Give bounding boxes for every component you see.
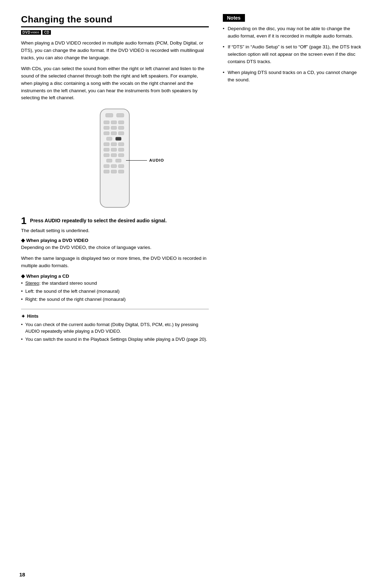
dvd-sub: VIDEO	[31, 31, 39, 34]
stereo-underlined: Stereo	[25, 281, 39, 286]
svg-rect-17	[104, 148, 109, 151]
right-column: Notes Depending on the disc, you may not…	[223, 14, 361, 344]
svg-rect-24	[116, 159, 121, 162]
notes-box: Notes Depending on the disc, you may not…	[223, 14, 361, 83]
svg-rect-16	[119, 143, 124, 146]
svg-rect-26	[111, 165, 117, 168]
svg-rect-21	[111, 154, 117, 157]
intro-paragraph-1: When playing a DVD VIDEO recorded in mul…	[21, 40, 209, 62]
svg-rect-20	[104, 154, 109, 157]
step-1-header: 1 Press AUDIO repeatedly to select the d…	[21, 216, 209, 226]
cd-bullet-right: Right: the sound of the right channel (m…	[21, 296, 209, 303]
svg-rect-19	[119, 148, 124, 151]
svg-rect-12	[107, 137, 112, 141]
svg-rect-7	[111, 126, 117, 129]
svg-rect-5	[119, 121, 124, 124]
page-number: 18	[19, 572, 25, 577]
svg-rect-28	[104, 170, 109, 173]
hint-item-2: You can switch the sound in the Playback…	[21, 336, 209, 343]
dvd-text: DVD	[22, 31, 31, 34]
sub-title-cd: ◆ When playing a CD	[21, 273, 209, 279]
diamond-icon-dvd: ◆	[21, 238, 26, 243]
svg-rect-18	[111, 148, 117, 151]
svg-rect-14	[104, 143, 109, 146]
remote-illustration: AUDIO	[21, 108, 209, 208]
note-item-2: If “DTS” in “Audio Setup” is set to “Off…	[223, 43, 361, 66]
note-item-3: When playing DTS sound tracks on a CD, y…	[223, 69, 361, 84]
step-1-number: 1	[21, 216, 27, 226]
cd-bullet-list: Stereo: the standard stereo sound Left: …	[21, 280, 209, 303]
page-layout: Changing the sound DVDVIDEO CD When play…	[21, 14, 361, 344]
svg-rect-30	[119, 170, 124, 173]
svg-rect-13	[116, 137, 121, 141]
remote-wrap: AUDIO	[92, 108, 138, 208]
diamond-icon-cd: ◆	[21, 273, 26, 279]
svg-rect-11	[119, 132, 124, 135]
intro-paragraph-2: With CDs, you can select the sound from …	[21, 65, 209, 102]
sub-section-dvd: ◆ When playing a DVD VIDEO Depending on …	[21, 237, 209, 270]
dvd-badge: DVDVIDEO	[21, 30, 41, 35]
svg-rect-10	[111, 132, 117, 135]
media-badges: DVDVIDEO CD	[21, 30, 209, 35]
step-1: 1 Press AUDIO repeatedly to select the d…	[21, 216, 209, 303]
step-1-title: Press AUDIO repeatedly to select the des…	[30, 216, 167, 226]
dvd-body-1: Depending on the DVD VIDEO, the choice o…	[21, 244, 209, 251]
notes-list: Depending on the disc, you may not be ab…	[223, 25, 361, 83]
hint-item-1: You can check of the current audio forma…	[21, 321, 209, 335]
note-item-1: Depending on the disc, you may not be ab…	[223, 25, 361, 40]
svg-rect-8	[119, 126, 124, 129]
svg-rect-2	[117, 114, 124, 117]
dvd-body-2: When the same language is displayed two …	[21, 255, 209, 270]
notes-title: Notes	[223, 14, 245, 22]
hints-title: ✦ Hints	[21, 313, 209, 319]
cd-badge: CD	[42, 30, 51, 35]
section-divider	[21, 309, 209, 309]
cd-bullet-left: Left: the sound of the left channel (mon…	[21, 288, 209, 295]
audio-line	[126, 160, 147, 161]
step-1-default: The default setting is underlined.	[21, 227, 209, 235]
audio-label-line: AUDIO	[126, 158, 164, 162]
hints-icon: ✦	[21, 313, 25, 319]
sub-section-cd: ◆ When playing a CD Stereo: the standard…	[21, 273, 209, 303]
svg-rect-4	[111, 121, 117, 124]
svg-rect-23	[107, 159, 112, 162]
svg-rect-9	[104, 132, 109, 135]
hints-section: ✦ Hints You can check of the current aud…	[21, 313, 209, 343]
sub-title-dvd: ◆ When playing a DVD VIDEO	[21, 237, 209, 243]
svg-rect-1	[106, 114, 113, 117]
svg-rect-3	[104, 121, 109, 124]
svg-rect-29	[111, 170, 117, 173]
svg-rect-22	[119, 154, 124, 157]
section-title: Changing the sound	[21, 14, 209, 27]
left-column: Changing the sound DVDVIDEO CD When play…	[21, 14, 209, 344]
cd-bullet-stereo: Stereo: the standard stereo sound	[21, 280, 209, 287]
audio-text: AUDIO	[149, 158, 164, 162]
svg-rect-15	[111, 143, 117, 146]
svg-rect-25	[104, 165, 109, 168]
svg-rect-6	[104, 126, 109, 129]
svg-rect-27	[119, 165, 124, 168]
hints-list: You can check of the current audio forma…	[21, 321, 209, 343]
